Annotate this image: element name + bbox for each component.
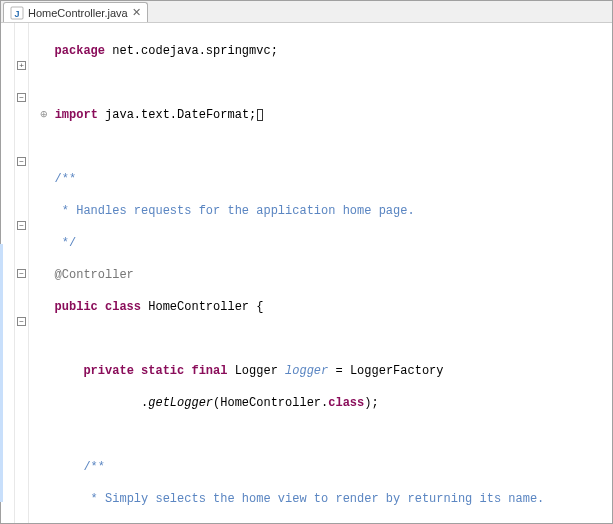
fold-collapse-icon[interactable]: − [17, 157, 26, 166]
javadoc: * Handles requests for the application h… [55, 204, 415, 218]
svg-text:J: J [14, 8, 19, 18]
fold-collapse-icon[interactable]: − [17, 269, 26, 278]
code-area[interactable]: package net.codejava.springmvc; ⊕ import… [29, 23, 612, 523]
editor-tab[interactable]: J HomeController.java ✕ [3, 2, 148, 22]
editor-area: + − − − − − package net.codejava.springm… [1, 23, 612, 523]
close-icon[interactable]: ✕ [132, 6, 141, 19]
fold-collapse-icon[interactable]: − [17, 221, 26, 230]
annotation: @Controller [55, 268, 134, 282]
fold-collapse-icon[interactable]: − [17, 93, 26, 102]
folded-indicator[interactable] [257, 109, 263, 121]
javadoc: */ [55, 236, 77, 250]
javadoc: * Simply selects the home view to render… [83, 492, 544, 506]
tab-label: HomeController.java [28, 7, 128, 19]
javadoc: /** [83, 460, 105, 474]
marker-column [1, 23, 15, 523]
keyword: private static final [83, 364, 227, 378]
keyword: package [55, 44, 105, 58]
keyword: public class [55, 300, 141, 314]
static-field: logger [285, 364, 328, 378]
javadoc: /** [55, 172, 77, 186]
tab-bar: J HomeController.java ✕ [1, 1, 612, 23]
java-file-icon: J [10, 6, 24, 20]
static-call: getLogger [148, 396, 213, 410]
keyword: import [55, 108, 98, 122]
fold-column: + − − − − − [15, 23, 29, 523]
fold-expand-icon[interactable]: + [17, 61, 26, 70]
fold-collapse-icon[interactable]: − [17, 317, 26, 326]
expand-icon: ⊕ [40, 108, 47, 122]
method-range-highlight [0, 244, 3, 502]
